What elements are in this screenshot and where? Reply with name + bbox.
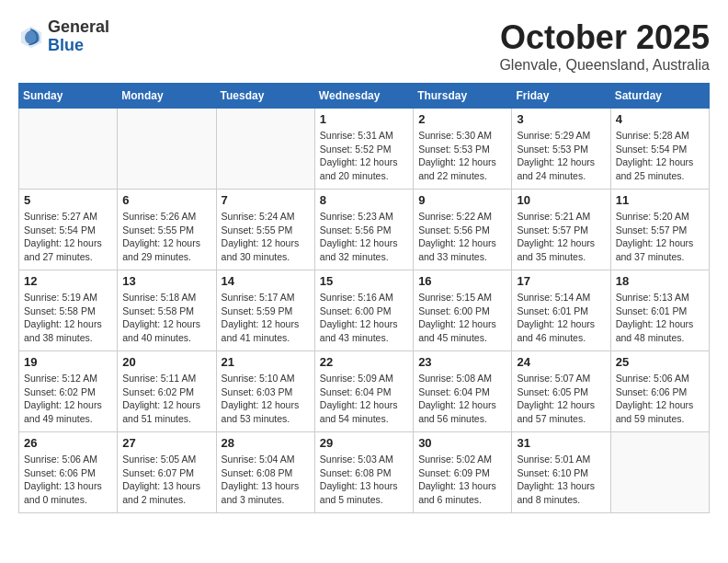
- calendar-cell: 31Sunrise: 5:01 AM Sunset: 6:10 PM Dayli…: [512, 432, 610, 513]
- calendar-cell: 10Sunrise: 5:21 AM Sunset: 5:57 PM Dayli…: [512, 190, 610, 270]
- weekday-header-row: SundayMondayTuesdayWednesdayThursdayFrid…: [19, 84, 710, 109]
- calendar-week-row: 5Sunrise: 5:27 AM Sunset: 5:54 PM Daylig…: [19, 190, 710, 270]
- calendar-cell: 21Sunrise: 5:10 AM Sunset: 6:03 PM Dayli…: [216, 351, 314, 432]
- calendar-cell: [610, 432, 709, 513]
- day-number: 8: [320, 193, 408, 207]
- day-info: Sunrise: 5:24 AM Sunset: 5:55 PM Dayligh…: [222, 210, 310, 264]
- calendar-cell: 3Sunrise: 5:29 AM Sunset: 5:53 PM Daylig…: [512, 109, 610, 190]
- calendar-cell: 4Sunrise: 5:28 AM Sunset: 5:54 PM Daylig…: [610, 109, 709, 190]
- day-info: Sunrise: 5:31 AM Sunset: 5:52 PM Dayligh…: [320, 129, 408, 183]
- day-info: Sunrise: 5:18 AM Sunset: 5:58 PM Dayligh…: [122, 291, 210, 345]
- weekday-header: Saturday: [610, 84, 709, 109]
- day-info: Sunrise: 5:03 AM Sunset: 6:08 PM Dayligh…: [320, 453, 408, 507]
- day-number: 19: [24, 355, 112, 369]
- logo-blue-text: Blue: [48, 37, 109, 55]
- day-info: Sunrise: 5:19 AM Sunset: 5:58 PM Dayligh…: [24, 291, 112, 345]
- day-number: 23: [418, 355, 506, 369]
- calendar-cell: 18Sunrise: 5:13 AM Sunset: 6:01 PM Dayli…: [610, 270, 709, 351]
- day-number: 30: [418, 436, 506, 450]
- logo-icon: [18, 24, 44, 50]
- day-number: 4: [616, 112, 704, 126]
- day-number: 13: [122, 274, 210, 288]
- day-number: 5: [24, 193, 112, 207]
- day-number: 21: [222, 355, 310, 369]
- calendar-cell: 14Sunrise: 5:17 AM Sunset: 5:59 PM Dayli…: [216, 270, 314, 351]
- calendar-cell: 12Sunrise: 5:19 AM Sunset: 5:58 PM Dayli…: [19, 270, 118, 351]
- day-number: 7: [222, 193, 310, 207]
- day-number: 27: [122, 436, 210, 450]
- calendar-cell: 29Sunrise: 5:03 AM Sunset: 6:08 PM Dayli…: [314, 432, 413, 513]
- day-info: Sunrise: 5:12 AM Sunset: 6:02 PM Dayligh…: [24, 372, 112, 426]
- calendar-cell: 19Sunrise: 5:12 AM Sunset: 6:02 PM Dayli…: [19, 351, 118, 432]
- day-info: Sunrise: 5:27 AM Sunset: 5:54 PM Dayligh…: [24, 210, 112, 264]
- day-number: 29: [320, 436, 408, 450]
- calendar-cell: 17Sunrise: 5:14 AM Sunset: 6:01 PM Dayli…: [512, 270, 610, 351]
- day-info: Sunrise: 5:13 AM Sunset: 6:01 PM Dayligh…: [616, 291, 704, 345]
- calendar-cell: 13Sunrise: 5:18 AM Sunset: 5:58 PM Dayli…: [118, 270, 216, 351]
- day-number: 2: [418, 112, 506, 126]
- day-number: 26: [24, 436, 112, 450]
- day-info: Sunrise: 5:08 AM Sunset: 6:04 PM Dayligh…: [418, 372, 506, 426]
- day-info: Sunrise: 5:05 AM Sunset: 6:07 PM Dayligh…: [122, 453, 210, 507]
- calendar-cell: 28Sunrise: 5:04 AM Sunset: 6:08 PM Dayli…: [216, 432, 314, 513]
- day-number: 20: [122, 355, 210, 369]
- calendar-cell: 7Sunrise: 5:24 AM Sunset: 5:55 PM Daylig…: [216, 190, 314, 270]
- calendar-cell: 30Sunrise: 5:02 AM Sunset: 6:09 PM Dayli…: [414, 432, 512, 513]
- calendar-cell: 11Sunrise: 5:20 AM Sunset: 5:57 PM Dayli…: [610, 190, 709, 270]
- calendar-week-row: 26Sunrise: 5:06 AM Sunset: 6:06 PM Dayli…: [19, 432, 710, 513]
- day-info: Sunrise: 5:15 AM Sunset: 6:00 PM Dayligh…: [418, 291, 506, 345]
- day-info: Sunrise: 5:21 AM Sunset: 5:57 PM Dayligh…: [517, 210, 605, 264]
- calendar-cell: 8Sunrise: 5:23 AM Sunset: 5:56 PM Daylig…: [314, 190, 413, 270]
- day-number: 3: [517, 112, 605, 126]
- day-number: 31: [517, 436, 605, 450]
- weekday-header: Tuesday: [216, 84, 314, 109]
- calendar-cell: 22Sunrise: 5:09 AM Sunset: 6:04 PM Dayli…: [314, 351, 413, 432]
- day-info: Sunrise: 5:02 AM Sunset: 6:09 PM Dayligh…: [418, 453, 506, 507]
- day-number: 11: [616, 193, 704, 207]
- day-number: 12: [24, 274, 112, 288]
- day-info: Sunrise: 5:23 AM Sunset: 5:56 PM Dayligh…: [320, 210, 408, 264]
- calendar-cell: 20Sunrise: 5:11 AM Sunset: 6:02 PM Dayli…: [118, 351, 216, 432]
- calendar-cell: 1Sunrise: 5:31 AM Sunset: 5:52 PM Daylig…: [314, 109, 413, 190]
- calendar-table: SundayMondayTuesdayWednesdayThursdayFrid…: [18, 83, 710, 513]
- day-number: 18: [616, 274, 704, 288]
- calendar-cell: 16Sunrise: 5:15 AM Sunset: 6:00 PM Dayli…: [414, 270, 512, 351]
- day-info: Sunrise: 5:04 AM Sunset: 6:08 PM Dayligh…: [222, 453, 310, 507]
- calendar-cell: [216, 109, 314, 190]
- weekday-header: Friday: [512, 84, 610, 109]
- day-info: Sunrise: 5:26 AM Sunset: 5:55 PM Dayligh…: [122, 210, 210, 264]
- calendar-cell: 23Sunrise: 5:08 AM Sunset: 6:04 PM Dayli…: [414, 351, 512, 432]
- day-info: Sunrise: 5:20 AM Sunset: 5:57 PM Dayligh…: [616, 210, 704, 264]
- day-info: Sunrise: 5:17 AM Sunset: 5:59 PM Dayligh…: [222, 291, 310, 345]
- day-info: Sunrise: 5:06 AM Sunset: 6:06 PM Dayligh…: [24, 453, 112, 507]
- calendar-cell: 15Sunrise: 5:16 AM Sunset: 6:00 PM Dayli…: [314, 270, 413, 351]
- calendar-cell: 9Sunrise: 5:22 AM Sunset: 5:56 PM Daylig…: [414, 190, 512, 270]
- calendar-week-row: 1Sunrise: 5:31 AM Sunset: 5:52 PM Daylig…: [19, 109, 710, 190]
- weekday-header: Sunday: [19, 84, 118, 109]
- calendar-cell: [19, 109, 118, 190]
- day-number: 9: [418, 193, 506, 207]
- weekday-header: Thursday: [414, 84, 512, 109]
- page-header: General Blue October 2025 Glenvale, Quee…: [18, 18, 710, 74]
- day-info: Sunrise: 5:06 AM Sunset: 6:06 PM Dayligh…: [616, 372, 704, 426]
- calendar-cell: 25Sunrise: 5:06 AM Sunset: 6:06 PM Dayli…: [610, 351, 709, 432]
- calendar-week-row: 19Sunrise: 5:12 AM Sunset: 6:02 PM Dayli…: [19, 351, 710, 432]
- day-info: Sunrise: 5:16 AM Sunset: 6:00 PM Dayligh…: [320, 291, 408, 345]
- calendar-cell: 27Sunrise: 5:05 AM Sunset: 6:07 PM Dayli…: [118, 432, 216, 513]
- day-info: Sunrise: 5:28 AM Sunset: 5:54 PM Dayligh…: [616, 129, 704, 183]
- day-number: 25: [616, 355, 704, 369]
- weekday-header: Wednesday: [314, 84, 413, 109]
- day-info: Sunrise: 5:09 AM Sunset: 6:04 PM Dayligh…: [320, 372, 408, 426]
- title-area: October 2025 Glenvale, Queensland, Austr…: [499, 18, 710, 74]
- day-info: Sunrise: 5:14 AM Sunset: 6:01 PM Dayligh…: [517, 291, 605, 345]
- calendar-cell: 26Sunrise: 5:06 AM Sunset: 6:06 PM Dayli…: [19, 432, 118, 513]
- day-info: Sunrise: 5:22 AM Sunset: 5:56 PM Dayligh…: [418, 210, 506, 264]
- calendar-cell: 6Sunrise: 5:26 AM Sunset: 5:55 PM Daylig…: [118, 190, 216, 270]
- calendar-cell: 2Sunrise: 5:30 AM Sunset: 5:53 PM Daylig…: [414, 109, 512, 190]
- day-number: 15: [320, 274, 408, 288]
- weekday-header: Monday: [118, 84, 216, 109]
- day-number: 28: [222, 436, 310, 450]
- day-number: 17: [517, 274, 605, 288]
- day-number: 1: [320, 112, 408, 126]
- day-number: 10: [517, 193, 605, 207]
